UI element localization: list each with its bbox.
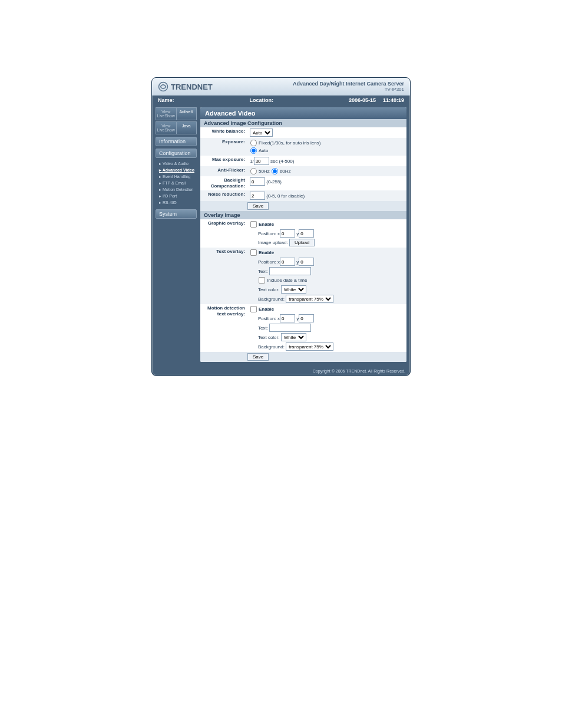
exposure-label: Exposure: bbox=[200, 138, 247, 156]
text-y[interactable] bbox=[299, 258, 314, 266]
copyright: Copyright © 2006 TRENDnet. All Rights Re… bbox=[152, 368, 410, 375]
section-image-config: Advanced Image Configuration bbox=[200, 119, 406, 127]
sidebar-information[interactable]: Information bbox=[156, 137, 197, 146]
motion-text-input[interactable] bbox=[269, 324, 311, 332]
noise-label: Noise reduction: bbox=[200, 190, 247, 201]
max-exposure-label: Max exposure: bbox=[200, 156, 247, 166]
motion-y[interactable] bbox=[299, 314, 314, 322]
tab-liveshow-2[interactable]: View LiveShow bbox=[156, 121, 177, 134]
image-upload-button[interactable]: Upload bbox=[289, 239, 315, 246]
sidebar-item-io-port[interactable]: I/O Port bbox=[159, 193, 197, 199]
brand-text: TRENDNET bbox=[171, 83, 213, 91]
sidebar-system[interactable]: System bbox=[156, 209, 197, 219]
location-label: Location: bbox=[249, 97, 273, 103]
sidebar-item-ftp-email[interactable]: FTP & Email bbox=[159, 180, 197, 186]
motion-enable[interactable]: Enable bbox=[250, 307, 274, 312]
text-enable[interactable]: Enable bbox=[250, 250, 274, 255]
form-image-config: White balance: Auto Exposure: Fixed(1/30… bbox=[200, 127, 406, 201]
sidebar-item-motion-detection[interactable]: Motion Detection bbox=[159, 186, 197, 193]
date: 2006-05-15 bbox=[349, 97, 376, 103]
tab-activex[interactable]: ActiveX bbox=[176, 107, 197, 120]
section-overlay-image: Overlay Image bbox=[200, 211, 406, 219]
save-button-1[interactable]: Save bbox=[247, 202, 269, 210]
product-title: Advanced Day/Night Internet Camera Serve… bbox=[293, 81, 404, 87]
graphic-enable[interactable]: Enable bbox=[250, 222, 274, 227]
time: 11:40:19 bbox=[383, 97, 404, 103]
form-overlay: Graphic overlay: Enable Position: x y Im… bbox=[200, 219, 406, 352]
name-label: Name: bbox=[158, 97, 174, 103]
save-row-2: Save bbox=[200, 352, 406, 362]
motion-color-select[interactable]: White bbox=[281, 333, 306, 341]
sidebar-links: Video & Audio Advanced Video Event Handl… bbox=[156, 159, 197, 207]
sidebar: View LiveShow ActiveX View LiveShow Java… bbox=[156, 107, 197, 362]
save-button-2[interactable]: Save bbox=[247, 353, 269, 361]
backlight-input[interactable] bbox=[250, 177, 265, 186]
text-overlay-label: Text overlay: bbox=[200, 248, 247, 304]
tab-liveshow-activex[interactable]: View LiveShow ActiveX bbox=[156, 107, 197, 120]
text-x[interactable] bbox=[280, 258, 295, 266]
sidebar-configuration[interactable]: Configuration bbox=[156, 149, 197, 158]
noise-input[interactable] bbox=[250, 192, 265, 200]
graphic-x[interactable] bbox=[280, 229, 295, 238]
sidebar-item-event-handling[interactable]: Event Handling bbox=[159, 173, 197, 180]
product-label: Advanced Day/Night Internet Camera Serve… bbox=[293, 81, 404, 93]
meta-bar: Name: Location: 2006-05-15 11:40:19 bbox=[152, 95, 410, 105]
flicker-60[interactable]: 60Hz bbox=[271, 169, 291, 174]
flicker-50[interactable]: 50Hz bbox=[250, 169, 270, 174]
motion-x[interactable] bbox=[280, 314, 295, 322]
tab-liveshow-java[interactable]: View LiveShow Java bbox=[156, 121, 197, 134]
product-model: TV-IP301 bbox=[293, 87, 404, 93]
text-bg-select[interactable]: transparent 75% bbox=[286, 295, 333, 303]
graphic-overlay-label: Graphic overlay: bbox=[200, 219, 247, 248]
brand-logo-icon bbox=[158, 81, 168, 92]
exposure-fixed[interactable]: Fixed(1/30s, for auto iris lens) bbox=[250, 140, 320, 146]
text-input[interactable] bbox=[269, 267, 311, 275]
sidebar-item-rs485[interactable]: RS-485 bbox=[159, 199, 197, 206]
motion-bg-select[interactable]: transparent 75% bbox=[286, 342, 333, 351]
graphic-y[interactable] bbox=[299, 229, 314, 238]
motion-text-label: Motion detection text overlay: bbox=[200, 304, 247, 352]
header: TRENDNET Advanced Day/Night Internet Cam… bbox=[152, 78, 410, 95]
sidebar-item-advanced-video[interactable]: Advanced Video bbox=[159, 167, 197, 173]
white-balance-select[interactable]: Auto bbox=[250, 129, 273, 137]
save-row-1: Save bbox=[200, 201, 406, 211]
main-panel: Advanced Video Advanced Image Configurat… bbox=[200, 107, 406, 362]
brand: TRENDNET bbox=[158, 81, 213, 92]
max-exposure-input[interactable] bbox=[254, 157, 269, 165]
panel-title: Advanced Video bbox=[200, 107, 406, 119]
anti-flicker-label: Anti-Flicker: bbox=[200, 166, 247, 176]
white-balance-label: White balance: bbox=[200, 127, 247, 138]
text-color-select[interactable]: White bbox=[281, 285, 306, 294]
backlight-label: Backlight Compensation: bbox=[200, 176, 247, 190]
sidebar-item-video-audio[interactable]: Video & Audio bbox=[159, 160, 197, 167]
exposure-auto[interactable]: Auto bbox=[250, 148, 268, 153]
body: View LiveShow ActiveX View LiveShow Java… bbox=[152, 105, 410, 368]
app-window: TRENDNET Advanced Day/Night Internet Cam… bbox=[151, 77, 411, 376]
include-datetime[interactable]: Include date & time bbox=[258, 278, 307, 283]
tab-liveshow-1[interactable]: View LiveShow bbox=[156, 107, 177, 120]
tab-java[interactable]: Java bbox=[176, 121, 197, 134]
